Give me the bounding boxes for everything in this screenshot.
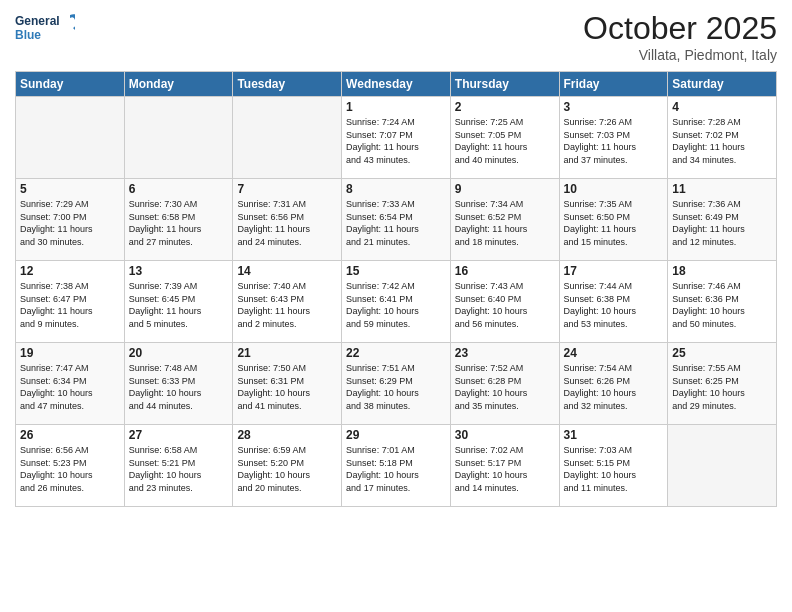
day-info: Sunrise: 7:03 AM Sunset: 5:15 PM Dayligh… [564,444,664,494]
day-cell: 9Sunrise: 7:34 AM Sunset: 6:52 PM Daylig… [450,179,559,261]
day-number: 20 [129,346,229,360]
day-info: Sunrise: 7:39 AM Sunset: 6:45 PM Dayligh… [129,280,229,330]
day-info: Sunrise: 7:54 AM Sunset: 6:26 PM Dayligh… [564,362,664,412]
day-number: 31 [564,428,664,442]
day-cell: 6Sunrise: 7:30 AM Sunset: 6:58 PM Daylig… [124,179,233,261]
day-number: 21 [237,346,337,360]
day-cell [124,97,233,179]
day-info: Sunrise: 7:46 AM Sunset: 6:36 PM Dayligh… [672,280,772,330]
day-cell: 1Sunrise: 7:24 AM Sunset: 7:07 PM Daylig… [342,97,451,179]
day-cell: 16Sunrise: 7:43 AM Sunset: 6:40 PM Dayli… [450,261,559,343]
day-info: Sunrise: 7:36 AM Sunset: 6:49 PM Dayligh… [672,198,772,248]
col-saturday: Saturday [668,72,777,97]
day-cell: 18Sunrise: 7:46 AM Sunset: 6:36 PM Dayli… [668,261,777,343]
day-info: Sunrise: 7:43 AM Sunset: 6:40 PM Dayligh… [455,280,555,330]
col-friday: Friday [559,72,668,97]
day-cell: 25Sunrise: 7:55 AM Sunset: 6:25 PM Dayli… [668,343,777,425]
title-section: October 2025 Villata, Piedmont, Italy [583,10,777,63]
day-info: Sunrise: 7:50 AM Sunset: 6:31 PM Dayligh… [237,362,337,412]
week-row-5: 26Sunrise: 6:56 AM Sunset: 5:23 PM Dayli… [16,425,777,507]
day-cell: 19Sunrise: 7:47 AM Sunset: 6:34 PM Dayli… [16,343,125,425]
day-info: Sunrise: 7:30 AM Sunset: 6:58 PM Dayligh… [129,198,229,248]
day-number: 16 [455,264,555,278]
day-number: 24 [564,346,664,360]
day-info: Sunrise: 7:26 AM Sunset: 7:03 PM Dayligh… [564,116,664,166]
day-cell: 27Sunrise: 6:58 AM Sunset: 5:21 PM Dayli… [124,425,233,507]
day-number: 26 [20,428,120,442]
day-number: 5 [20,182,120,196]
day-info: Sunrise: 7:02 AM Sunset: 5:17 PM Dayligh… [455,444,555,494]
calendar-container: General Blue October 2025 Villata, Piedm… [0,0,792,612]
day-info: Sunrise: 7:44 AM Sunset: 6:38 PM Dayligh… [564,280,664,330]
month-title: October 2025 [583,10,777,47]
day-info: Sunrise: 6:59 AM Sunset: 5:20 PM Dayligh… [237,444,337,494]
day-number: 9 [455,182,555,196]
day-number: 11 [672,182,772,196]
day-number: 27 [129,428,229,442]
day-info: Sunrise: 7:40 AM Sunset: 6:43 PM Dayligh… [237,280,337,330]
day-cell [16,97,125,179]
day-info: Sunrise: 7:42 AM Sunset: 6:41 PM Dayligh… [346,280,446,330]
day-cell: 5Sunrise: 7:29 AM Sunset: 7:00 PM Daylig… [16,179,125,261]
day-number: 1 [346,100,446,114]
week-row-3: 12Sunrise: 7:38 AM Sunset: 6:47 PM Dayli… [16,261,777,343]
day-info: Sunrise: 6:58 AM Sunset: 5:21 PM Dayligh… [129,444,229,494]
day-cell: 17Sunrise: 7:44 AM Sunset: 6:38 PM Dayli… [559,261,668,343]
day-cell: 2Sunrise: 7:25 AM Sunset: 7:05 PM Daylig… [450,97,559,179]
day-info: Sunrise: 7:25 AM Sunset: 7:05 PM Dayligh… [455,116,555,166]
day-number: 4 [672,100,772,114]
day-info: Sunrise: 7:24 AM Sunset: 7:07 PM Dayligh… [346,116,446,166]
day-number: 3 [564,100,664,114]
day-number: 18 [672,264,772,278]
day-info: Sunrise: 7:48 AM Sunset: 6:33 PM Dayligh… [129,362,229,412]
day-info: Sunrise: 7:29 AM Sunset: 7:00 PM Dayligh… [20,198,120,248]
day-cell: 14Sunrise: 7:40 AM Sunset: 6:43 PM Dayli… [233,261,342,343]
day-number: 2 [455,100,555,114]
week-row-1: 1Sunrise: 7:24 AM Sunset: 7:07 PM Daylig… [16,97,777,179]
svg-text:Blue: Blue [15,28,41,42]
day-number: 12 [20,264,120,278]
day-info: Sunrise: 6:56 AM Sunset: 5:23 PM Dayligh… [20,444,120,494]
logo-svg: General Blue [15,10,75,46]
day-number: 23 [455,346,555,360]
day-number: 17 [564,264,664,278]
day-cell: 4Sunrise: 7:28 AM Sunset: 7:02 PM Daylig… [668,97,777,179]
day-number: 14 [237,264,337,278]
day-cell: 29Sunrise: 7:01 AM Sunset: 5:18 PM Dayli… [342,425,451,507]
day-number: 6 [129,182,229,196]
day-cell: 23Sunrise: 7:52 AM Sunset: 6:28 PM Dayli… [450,343,559,425]
day-cell: 7Sunrise: 7:31 AM Sunset: 6:56 PM Daylig… [233,179,342,261]
day-cell: 30Sunrise: 7:02 AM Sunset: 5:17 PM Dayli… [450,425,559,507]
day-cell: 8Sunrise: 7:33 AM Sunset: 6:54 PM Daylig… [342,179,451,261]
header-row: Sunday Monday Tuesday Wednesday Thursday… [16,72,777,97]
day-cell [668,425,777,507]
day-cell: 20Sunrise: 7:48 AM Sunset: 6:33 PM Dayli… [124,343,233,425]
day-info: Sunrise: 7:28 AM Sunset: 7:02 PM Dayligh… [672,116,772,166]
week-row-4: 19Sunrise: 7:47 AM Sunset: 6:34 PM Dayli… [16,343,777,425]
day-cell: 10Sunrise: 7:35 AM Sunset: 6:50 PM Dayli… [559,179,668,261]
day-number: 19 [20,346,120,360]
day-info: Sunrise: 7:31 AM Sunset: 6:56 PM Dayligh… [237,198,337,248]
day-cell: 15Sunrise: 7:42 AM Sunset: 6:41 PM Dayli… [342,261,451,343]
day-cell: 22Sunrise: 7:51 AM Sunset: 6:29 PM Dayli… [342,343,451,425]
day-info: Sunrise: 7:47 AM Sunset: 6:34 PM Dayligh… [20,362,120,412]
col-thursday: Thursday [450,72,559,97]
day-info: Sunrise: 7:55 AM Sunset: 6:25 PM Dayligh… [672,362,772,412]
col-monday: Monday [124,72,233,97]
day-number: 7 [237,182,337,196]
day-cell: 13Sunrise: 7:39 AM Sunset: 6:45 PM Dayli… [124,261,233,343]
day-info: Sunrise: 7:33 AM Sunset: 6:54 PM Dayligh… [346,198,446,248]
day-cell: 12Sunrise: 7:38 AM Sunset: 6:47 PM Dayli… [16,261,125,343]
day-info: Sunrise: 7:34 AM Sunset: 6:52 PM Dayligh… [455,198,555,248]
day-cell: 21Sunrise: 7:50 AM Sunset: 6:31 PM Dayli… [233,343,342,425]
day-cell: 11Sunrise: 7:36 AM Sunset: 6:49 PM Dayli… [668,179,777,261]
day-cell: 28Sunrise: 6:59 AM Sunset: 5:20 PM Dayli… [233,425,342,507]
day-info: Sunrise: 7:35 AM Sunset: 6:50 PM Dayligh… [564,198,664,248]
day-number: 29 [346,428,446,442]
col-sunday: Sunday [16,72,125,97]
day-number: 15 [346,264,446,278]
day-number: 28 [237,428,337,442]
col-wednesday: Wednesday [342,72,451,97]
day-info: Sunrise: 7:38 AM Sunset: 6:47 PM Dayligh… [20,280,120,330]
week-row-2: 5Sunrise: 7:29 AM Sunset: 7:00 PM Daylig… [16,179,777,261]
